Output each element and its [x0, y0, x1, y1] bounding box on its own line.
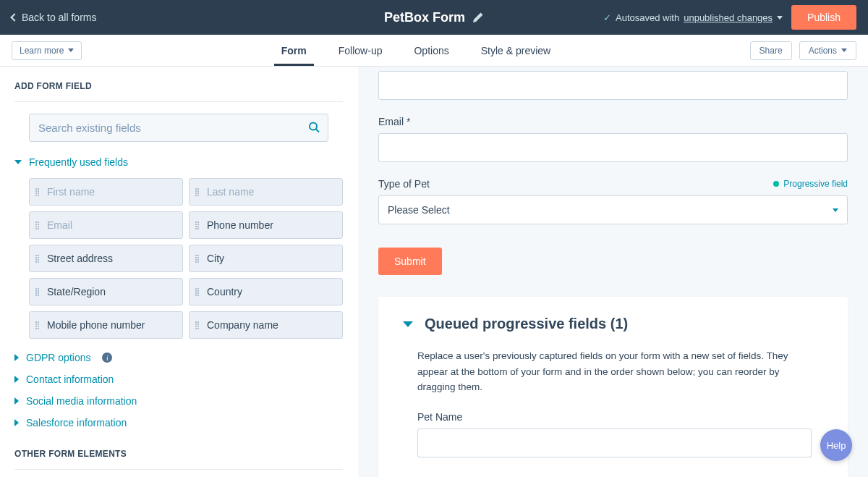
- svg-point-0: [310, 122, 317, 130]
- group-label: GDPR options: [26, 352, 90, 363]
- fields-grid: First name Last name Email Phone number …: [29, 178, 343, 339]
- divider: [14, 101, 343, 102]
- group-social-media[interactable]: Social media information: [14, 395, 343, 407]
- typeofpet-label: Type of Pet: [378, 178, 430, 190]
- autosave-link[interactable]: unpublished changes: [684, 12, 773, 23]
- svg-line-1: [316, 129, 319, 132]
- back-label: Back to all forms: [22, 12, 96, 23]
- field-country[interactable]: Country: [189, 278, 343, 305]
- chevron-right-icon: [14, 354, 19, 361]
- field-city[interactable]: City: [189, 245, 343, 272]
- tab-style-preview[interactable]: Style & preview: [481, 36, 550, 65]
- drag-icon: [195, 221, 201, 229]
- drag-icon: [35, 255, 41, 263]
- drag-icon: [35, 221, 41, 229]
- dot-icon: [773, 181, 779, 187]
- select-value: Please Select: [388, 204, 450, 216]
- email-input[interactable]: [378, 133, 848, 162]
- publish-button[interactable]: Publish: [791, 5, 856, 30]
- form-preview: Email * Type of Pet Progressive field Pl…: [378, 71, 848, 297]
- search-input[interactable]: [29, 114, 328, 142]
- caret-down-icon: [777, 16, 783, 20]
- topbar: Back to all forms PetBox Form ✓ Autosave…: [0, 0, 868, 35]
- email-block: Email *: [378, 116, 848, 162]
- petname-input[interactable]: [417, 429, 812, 457]
- form-title: PetBox Form: [384, 10, 465, 25]
- help-button[interactable]: Help: [820, 429, 852, 461]
- info-icon[interactable]: i: [102, 353, 112, 363]
- field-first-name[interactable]: First name: [29, 178, 183, 206]
- divider: [14, 469, 343, 470]
- learn-more-label: Learn more: [20, 46, 64, 56]
- autosave-prefix: Autosaved with: [616, 12, 679, 23]
- autosave-status[interactable]: ✓ Autosaved with unpublished changes: [603, 12, 783, 23]
- search-field-wrap: [29, 114, 328, 142]
- add-field-heading: ADD FORM FIELD: [14, 81, 343, 91]
- drag-icon: [35, 321, 41, 329]
- drag-icon: [195, 255, 201, 263]
- actions-button[interactable]: Actions: [799, 41, 856, 60]
- main: ADD FORM FIELD Frequently used fields Fi…: [0, 67, 868, 477]
- petname-block: Pet Name: [417, 411, 812, 457]
- chevron-right-icon: [14, 419, 19, 426]
- share-button[interactable]: Share: [750, 41, 792, 60]
- tab-options[interactable]: Options: [414, 36, 448, 65]
- caret-down-icon: [841, 48, 847, 52]
- typeofpet-select[interactable]: Please Select: [378, 195, 848, 224]
- chevron-left-icon: [10, 13, 18, 21]
- lastname-block: [378, 71, 848, 100]
- caret-down-icon: [68, 48, 74, 52]
- chevron-right-icon: [14, 376, 19, 383]
- frequently-used-toggle[interactable]: Frequently used fields: [14, 156, 343, 168]
- queued-progressive-card: Queued progressive fields (1) Replace a …: [378, 297, 848, 477]
- group-label: Contact information: [26, 373, 114, 385]
- chevron-down-icon[interactable]: [403, 321, 413, 327]
- chevron-down-icon: [14, 160, 22, 164]
- submit-button[interactable]: Submit: [378, 248, 442, 275]
- tab-form[interactable]: Form: [281, 36, 307, 65]
- drag-icon: [35, 188, 41, 196]
- group-contact-info[interactable]: Contact information: [14, 373, 343, 385]
- search-icon[interactable]: [308, 121, 320, 135]
- other-elements-heading: OTHER FORM ELEMENTS: [14, 449, 343, 459]
- group-gdpr[interactable]: GDPR options i: [14, 352, 343, 363]
- tabs: Form Follow-up Options Style & preview: [281, 36, 550, 65]
- petname-label: Pet Name: [417, 411, 462, 423]
- actions-label: Actions: [809, 46, 837, 56]
- right-panel: Email * Type of Pet Progressive field Pl…: [358, 67, 868, 477]
- edit-title-icon[interactable]: [472, 12, 484, 23]
- field-company-name[interactable]: Company name: [189, 311, 343, 339]
- tab-follow-up[interactable]: Follow-up: [339, 36, 383, 65]
- queued-description: Replace a user's previously captured fie…: [417, 348, 812, 395]
- drag-icon: [195, 188, 201, 196]
- lastname-input[interactable]: [378, 71, 848, 100]
- secondbar: Learn more Form Follow-up Options Style …: [0, 35, 868, 67]
- check-icon: ✓: [603, 12, 611, 23]
- drag-icon: [195, 321, 201, 329]
- progressive-tag: Progressive field: [773, 179, 848, 189]
- frequently-used-label: Frequently used fields: [29, 156, 128, 168]
- field-street-address[interactable]: Street address: [29, 245, 183, 272]
- chevron-right-icon: [14, 397, 19, 405]
- field-email[interactable]: Email: [29, 211, 183, 239]
- drag-icon: [195, 288, 201, 296]
- field-phone-number[interactable]: Phone number: [189, 211, 343, 239]
- group-label: Salesforce information: [26, 417, 127, 429]
- typeofpet-block: Type of Pet Progressive field Please Sel…: [378, 178, 848, 224]
- caret-down-icon: [833, 208, 838, 212]
- group-salesforce[interactable]: Salesforce information: [14, 417, 343, 429]
- form-title-wrap: PetBox Form: [384, 10, 484, 25]
- back-to-forms-link[interactable]: Back to all forms: [12, 12, 96, 23]
- group-label: Social media information: [26, 395, 137, 407]
- left-panel: ADD FORM FIELD Frequently used fields Fi…: [0, 67, 358, 477]
- drag-icon: [35, 288, 41, 296]
- email-label: Email *: [378, 116, 410, 127]
- queued-title: Queued progressive fields (1): [425, 316, 628, 332]
- field-last-name[interactable]: Last name: [189, 178, 343, 206]
- field-state-region[interactable]: State/Region: [29, 278, 183, 305]
- learn-more-button[interactable]: Learn more: [12, 41, 82, 60]
- field-mobile-phone-number[interactable]: Mobile phone number: [29, 311, 183, 339]
